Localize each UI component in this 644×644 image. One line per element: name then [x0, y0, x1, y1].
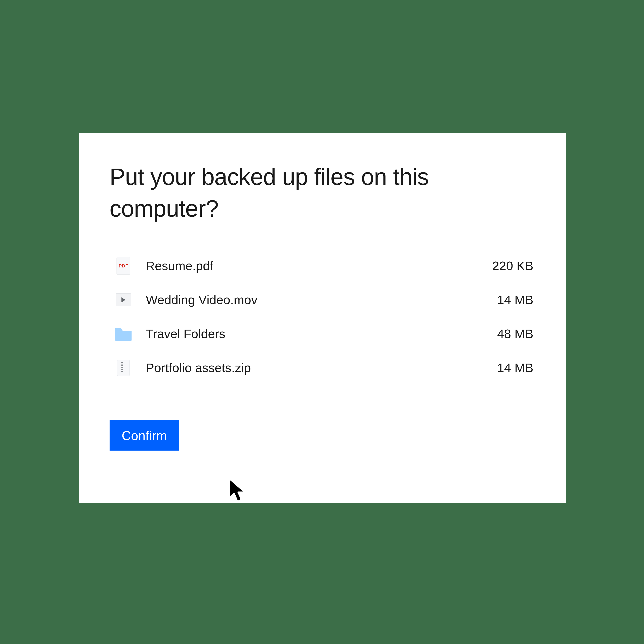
- file-name: Wedding Video.mov: [146, 292, 497, 307]
- file-size: 48 MB: [497, 326, 533, 341]
- file-size: 220 KB: [492, 258, 533, 273]
- file-name: Travel Folders: [146, 326, 497, 341]
- file-row[interactable]: Wedding Video.mov 14 MB: [114, 291, 533, 309]
- restore-files-dialog: Put your backed up files on this compute…: [79, 133, 566, 503]
- svg-marker-0: [121, 297, 125, 302]
- zip-file-icon: [114, 359, 132, 377]
- file-size: 14 MB: [497, 292, 533, 307]
- file-size: 14 MB: [497, 360, 533, 375]
- file-name: Resume.pdf: [146, 258, 492, 273]
- confirm-button[interactable]: Confirm: [110, 420, 179, 451]
- dialog-title: Put your backed up files on this compute…: [110, 161, 536, 225]
- folder-icon: [114, 325, 132, 343]
- pdf-file-icon: PDF: [114, 257, 132, 275]
- file-list: PDF Resume.pdf 220 KB Wedding Video.mov …: [110, 257, 536, 377]
- file-name: Portfolio assets.zip: [146, 360, 497, 375]
- file-row[interactable]: PDF Resume.pdf 220 KB: [114, 257, 533, 275]
- video-file-icon: [114, 291, 132, 309]
- file-row[interactable]: Portfolio assets.zip 14 MB: [114, 359, 533, 377]
- file-row[interactable]: Travel Folders 48 MB: [114, 325, 533, 343]
